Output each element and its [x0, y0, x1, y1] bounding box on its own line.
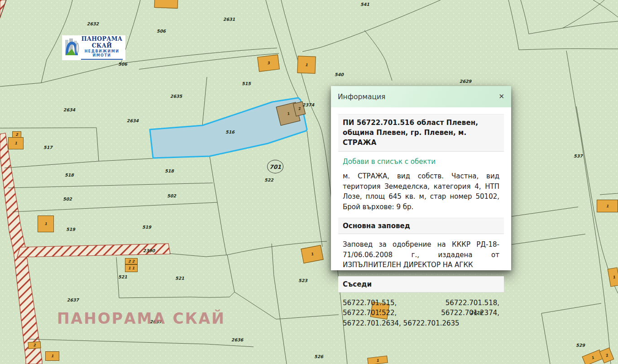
building-marker[interactable]: 3: [257, 54, 280, 72]
panorama-sky-logo[interactable]: ПАНОРАМА СКАЙ НЕДВИЖИМИ ИМОТИ: [62, 35, 125, 60]
building-marker[interactable]: 1: [45, 351, 59, 361]
logo-arch-icon: [64, 38, 81, 57]
add-to-list-link[interactable]: Добави в списък с обекти: [343, 158, 499, 166]
building-marker[interactable]: 1: [608, 267, 618, 287]
building-marker[interactable]: [154, 0, 178, 9]
close-icon[interactable]: ✕: [498, 93, 504, 100]
section-heading-neighbors: Съседи: [338, 276, 504, 292]
neighbors-list: 56722.701.515, 56722.701.518, 56722.701.…: [343, 298, 499, 329]
order-text: Заповед за одобрение на КККР РД-18-71/06…: [343, 239, 499, 270]
building-marker[interactable]: 2: [12, 131, 21, 138]
building-marker[interactable]: 1: [38, 216, 54, 232]
building-marker[interactable]: 1: [367, 355, 388, 364]
logo-text: ПАНОРАМА СКАЙ НЕДВИЖИМИ ИМОТИ: [81, 35, 123, 60]
building-marker[interactable]: 2: [599, 348, 614, 364]
building-marker[interactable]: 1: [8, 137, 24, 149]
building-marker[interactable]: 1: [301, 245, 323, 263]
region-marker-701: 701: [267, 160, 283, 173]
building-marker[interactable]: 1: [597, 200, 618, 212]
property-title: ПИ 56722.701.516 област Плевен, община П…: [338, 114, 504, 152]
logo-subtitle: НЕДВИЖИМИ ИМОТИ: [81, 49, 123, 57]
property-description: м. СТРАЖА, вид собств. Частна, вид терит…: [343, 171, 499, 212]
building-marker[interactable]: 2 2: [125, 258, 138, 264]
info-panel-title: Информация: [338, 93, 385, 101]
logo-title: ПАНОРАМА СКАЙ: [81, 35, 123, 49]
info-panel-header: Информация ✕: [331, 86, 511, 107]
cadastral-map-app: { "logo": { "title": "ПАНОРАМА СКАЙ", "s…: [0, 0, 618, 364]
building-marker[interactable]: 1 1: [125, 264, 138, 272]
building-marker[interactable]: 1: [297, 56, 316, 73]
watermark-text: ПАНОРАМА СКАЙ: [57, 310, 225, 327]
info-panel: Информация ✕ ПИ 56722.701.516 област Пле…: [331, 86, 511, 270]
building-marker[interactable]: 2: [28, 341, 41, 349]
info-panel-body: ПИ 56722.701.516 област Плевен, община П…: [331, 107, 511, 328]
section-heading-order: Основна заповед: [338, 218, 504, 234]
